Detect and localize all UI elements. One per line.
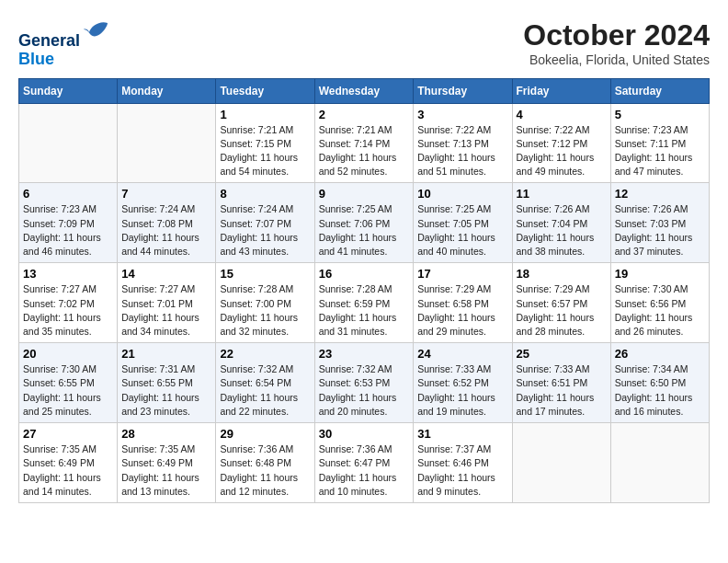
- day-detail: Sunrise: 7:21 AMSunset: 7:15 PMDaylight:…: [220, 123, 310, 179]
- day-detail: Sunrise: 7:27 AMSunset: 7:01 PMDaylight:…: [121, 282, 211, 339]
- weekday-header-friday: Friday: [512, 78, 610, 103]
- day-detail: Sunrise: 7:30 AMSunset: 6:56 PMDaylight:…: [615, 282, 705, 339]
- calendar-cell: 23Sunrise: 7:32 AMSunset: 6:53 PMDayligh…: [314, 343, 414, 423]
- day-detail: Sunrise: 7:24 AMSunset: 7:08 PMDaylight:…: [121, 202, 211, 259]
- day-number: 27: [23, 427, 113, 441]
- weekday-header-sunday: Sunday: [19, 78, 118, 103]
- calendar-cell: 6Sunrise: 7:23 AMSunset: 7:09 PMDaylight…: [19, 183, 118, 263]
- calendar-cell: 21Sunrise: 7:31 AMSunset: 6:55 PMDayligh…: [118, 343, 216, 423]
- day-detail: Sunrise: 7:35 AMSunset: 6:49 PMDaylight:…: [23, 442, 113, 499]
- day-detail: Sunrise: 7:25 AMSunset: 7:05 PMDaylight:…: [417, 202, 507, 259]
- calendar-cell: 11Sunrise: 7:26 AMSunset: 7:04 PMDayligh…: [512, 183, 610, 263]
- day-detail: Sunrise: 7:24 AMSunset: 7:07 PMDaylight:…: [220, 202, 310, 259]
- calendar-cell: 17Sunrise: 7:29 AMSunset: 6:58 PMDayligh…: [414, 263, 512, 343]
- day-number: 30: [319, 427, 410, 441]
- calendar-cell: 28Sunrise: 7:35 AMSunset: 6:49 PMDayligh…: [118, 423, 216, 503]
- title-area: October 2024 Bokeelia, Florida, United S…: [523, 18, 710, 67]
- day-detail: Sunrise: 7:25 AMSunset: 7:06 PMDaylight:…: [319, 202, 410, 259]
- day-number: 6: [23, 187, 113, 201]
- calendar-cell: 26Sunrise: 7:34 AMSunset: 6:50 PMDayligh…: [610, 343, 709, 423]
- calendar-cell: 1Sunrise: 7:21 AMSunset: 7:15 PMDaylight…: [216, 103, 314, 183]
- calendar-cell: 14Sunrise: 7:27 AMSunset: 7:01 PMDayligh…: [118, 263, 216, 343]
- day-number: 31: [417, 427, 507, 441]
- day-detail: Sunrise: 7:27 AMSunset: 7:02 PMDaylight:…: [23, 282, 113, 339]
- calendar-cell: 25Sunrise: 7:33 AMSunset: 6:51 PMDayligh…: [512, 343, 610, 423]
- day-number: 22: [220, 347, 310, 361]
- weekday-header-saturday: Saturday: [610, 78, 709, 103]
- day-detail: Sunrise: 7:26 AMSunset: 7:03 PMDaylight:…: [615, 202, 705, 259]
- day-detail: Sunrise: 7:36 AMSunset: 6:47 PMDaylight:…: [319, 442, 410, 499]
- day-detail: Sunrise: 7:31 AMSunset: 6:55 PMDaylight:…: [121, 362, 211, 419]
- day-number: 26: [615, 347, 705, 361]
- calendar-cell: 27Sunrise: 7:35 AMSunset: 6:49 PMDayligh…: [19, 423, 118, 503]
- calendar-cell: 15Sunrise: 7:28 AMSunset: 7:00 PMDayligh…: [216, 263, 314, 343]
- weekday-header-tuesday: Tuesday: [216, 78, 314, 103]
- day-number: 16: [319, 267, 410, 281]
- weekday-header-wednesday: Wednesday: [314, 78, 414, 103]
- day-number: 17: [417, 267, 507, 281]
- weekday-header-monday: Monday: [118, 78, 216, 103]
- calendar-cell: 13Sunrise: 7:27 AMSunset: 7:02 PMDayligh…: [19, 263, 118, 343]
- day-number: 7: [121, 187, 211, 201]
- calendar-cell: 8Sunrise: 7:24 AMSunset: 7:07 PMDaylight…: [216, 183, 314, 263]
- logo-text: General: [18, 18, 109, 51]
- calendar-week-row: 27Sunrise: 7:35 AMSunset: 6:49 PMDayligh…: [19, 423, 710, 503]
- calendar-week-row: 6Sunrise: 7:23 AMSunset: 7:09 PMDaylight…: [19, 183, 710, 263]
- day-detail: Sunrise: 7:36 AMSunset: 6:48 PMDaylight:…: [220, 442, 310, 499]
- logo-bird-icon: [82, 18, 109, 46]
- day-detail: Sunrise: 7:22 AMSunset: 7:12 PMDaylight:…: [517, 123, 607, 179]
- day-number: 8: [220, 187, 310, 201]
- calendar-cell: 20Sunrise: 7:30 AMSunset: 6:55 PMDayligh…: [19, 343, 118, 423]
- weekday-header-thursday: Thursday: [414, 78, 512, 103]
- day-number: 29: [220, 427, 310, 441]
- day-detail: Sunrise: 7:22 AMSunset: 7:13 PMDaylight:…: [417, 123, 507, 179]
- day-number: 4: [517, 108, 607, 121]
- calendar-cell: 10Sunrise: 7:25 AMSunset: 7:05 PMDayligh…: [414, 183, 512, 263]
- calendar-cell: 3Sunrise: 7:22 AMSunset: 7:13 PMDaylight…: [414, 103, 512, 183]
- calendar-week-row: 1Sunrise: 7:21 AMSunset: 7:15 PMDaylight…: [19, 103, 710, 183]
- day-number: 5: [615, 108, 705, 121]
- calendar-cell: 18Sunrise: 7:29 AMSunset: 6:57 PMDayligh…: [512, 263, 610, 343]
- calendar-cell: [610, 423, 709, 503]
- day-detail: Sunrise: 7:23 AMSunset: 7:11 PMDaylight:…: [615, 123, 705, 179]
- day-number: 23: [319, 347, 410, 361]
- month-title: October 2024: [523, 18, 710, 52]
- day-detail: Sunrise: 7:21 AMSunset: 7:14 PMDaylight:…: [319, 123, 410, 179]
- calendar-cell: 12Sunrise: 7:26 AMSunset: 7:03 PMDayligh…: [610, 183, 709, 263]
- day-detail: Sunrise: 7:34 AMSunset: 6:50 PMDaylight:…: [615, 362, 705, 419]
- day-number: 20: [23, 347, 113, 361]
- day-number: 19: [615, 267, 705, 281]
- day-detail: Sunrise: 7:32 AMSunset: 6:54 PMDaylight:…: [220, 362, 310, 419]
- calendar-cell: 29Sunrise: 7:36 AMSunset: 6:48 PMDayligh…: [216, 423, 314, 503]
- calendar-cell: 31Sunrise: 7:37 AMSunset: 6:46 PMDayligh…: [414, 423, 512, 503]
- day-number: 12: [615, 187, 705, 201]
- page-header: General Blue October 2024 Bokeelia, Flor…: [18, 18, 710, 69]
- day-number: 18: [517, 267, 607, 281]
- day-detail: Sunrise: 7:23 AMSunset: 7:09 PMDaylight:…: [23, 202, 113, 259]
- day-detail: Sunrise: 7:32 AMSunset: 6:53 PMDaylight:…: [319, 362, 410, 419]
- day-detail: Sunrise: 7:28 AMSunset: 6:59 PMDaylight:…: [319, 282, 410, 339]
- day-number: 1: [220, 108, 310, 121]
- weekday-header-row: SundayMondayTuesdayWednesdayThursdayFrid…: [19, 78, 710, 103]
- location: Bokeelia, Florida, United States: [523, 52, 710, 67]
- day-detail: Sunrise: 7:37 AMSunset: 6:46 PMDaylight:…: [417, 442, 507, 499]
- day-detail: Sunrise: 7:28 AMSunset: 7:00 PMDaylight:…: [220, 282, 310, 339]
- calendar-cell: 24Sunrise: 7:33 AMSunset: 6:52 PMDayligh…: [414, 343, 512, 423]
- calendar-cell: [512, 423, 610, 503]
- calendar-week-row: 20Sunrise: 7:30 AMSunset: 6:55 PMDayligh…: [19, 343, 710, 423]
- calendar-cell: 5Sunrise: 7:23 AMSunset: 7:11 PMDaylight…: [610, 103, 709, 183]
- calendar-cell: 9Sunrise: 7:25 AMSunset: 7:06 PMDaylight…: [314, 183, 414, 263]
- day-detail: Sunrise: 7:30 AMSunset: 6:55 PMDaylight:…: [23, 362, 113, 419]
- calendar-cell: [19, 103, 118, 183]
- day-number: 15: [220, 267, 310, 281]
- day-detail: Sunrise: 7:29 AMSunset: 6:58 PMDaylight:…: [417, 282, 507, 339]
- calendar-cell: 22Sunrise: 7:32 AMSunset: 6:54 PMDayligh…: [216, 343, 314, 423]
- day-number: 14: [121, 267, 211, 281]
- calendar-cell: 4Sunrise: 7:22 AMSunset: 7:12 PMDaylight…: [512, 103, 610, 183]
- calendar-cell: 16Sunrise: 7:28 AMSunset: 6:59 PMDayligh…: [314, 263, 414, 343]
- day-detail: Sunrise: 7:26 AMSunset: 7:04 PMDaylight:…: [517, 202, 607, 259]
- day-number: 21: [121, 347, 211, 361]
- calendar-cell: [118, 103, 216, 183]
- calendar-week-row: 13Sunrise: 7:27 AMSunset: 7:02 PMDayligh…: [19, 263, 710, 343]
- day-detail: Sunrise: 7:33 AMSunset: 6:52 PMDaylight:…: [417, 362, 507, 419]
